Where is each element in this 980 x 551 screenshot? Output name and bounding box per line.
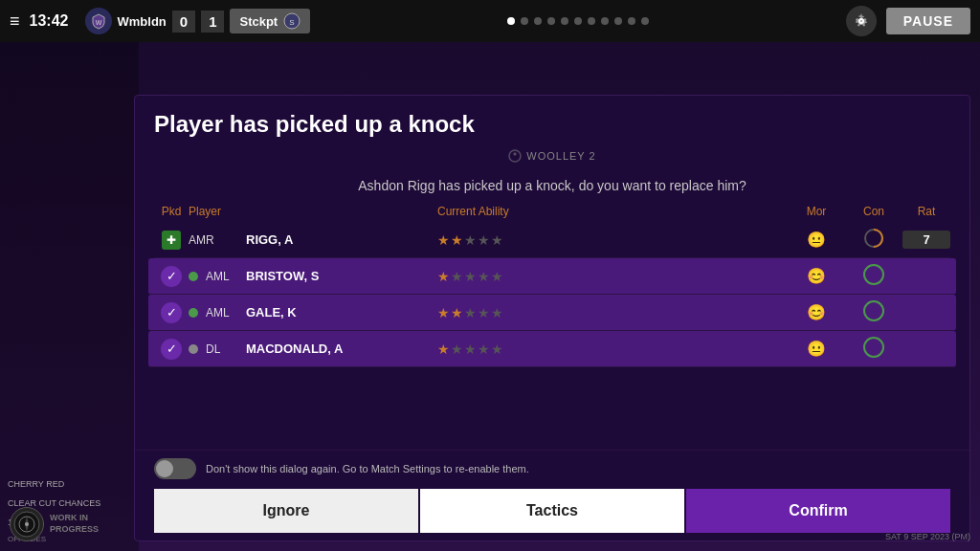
pkd-cell-macdonald: ✓	[154, 339, 189, 360]
pkd-cell-bristow: ✓	[154, 266, 189, 287]
header-pos: Player	[189, 205, 246, 218]
header-mor: Mor	[788, 205, 845, 218]
settings-button[interactable]	[846, 6, 877, 36]
wip-text: WORK IN PROGRESS	[50, 513, 99, 535]
table-row[interactable]: ✓ AML GALE, K ★ ★ ★ ★ ★ 😊	[148, 295, 956, 331]
pos-rigg: AMR	[189, 233, 246, 247]
knock-dialog: Player has picked up a knock WOOLLEY 2 A…	[134, 95, 970, 541]
team2-name: Stckpt	[239, 14, 278, 29]
dialog-subtitle: Ashdon Rigg has picked up a knock, do yo…	[135, 166, 969, 201]
svg-text:W: W	[95, 19, 101, 26]
check-icon: ✓	[161, 302, 182, 323]
morale-bristow: 😊	[788, 267, 845, 285]
tactics-button[interactable]: Tactics	[420, 489, 684, 533]
match-date: SAT 9 SEP 2023 (PM)	[885, 532, 970, 541]
dialog-bottom: Don't show this dialog again. Go to Matc…	[135, 450, 969, 540]
fitness-dot-macdonald	[189, 344, 198, 354]
confirm-button[interactable]: Confirm	[686, 489, 950, 533]
morale-gale: 😊	[788, 303, 845, 321]
con-circle	[863, 264, 884, 285]
fitness-dot-bristow	[189, 272, 198, 281]
topbar: ≡ 13:42 W Wmbldn 0 1 Stckpt S PAUSE	[0, 0, 980, 42]
active-team: Stckpt S	[230, 9, 310, 33]
pos-macdonald: DL	[189, 342, 246, 356]
sidebar-left: Cherry Red CLEAR CUT CHANCES 1 OFFSIDES	[0, 42, 139, 551]
team1-badge: W	[85, 8, 112, 34]
medical-icon: ✚	[162, 231, 181, 250]
table-row[interactable]: ✓ AML BRISTOW, S ★ ★ ★ ★ ★ 😊	[148, 258, 956, 295]
con-bristow	[845, 264, 902, 288]
dot-7	[588, 17, 595, 25]
pos-bristow: AML	[189, 270, 246, 283]
dot-8	[601, 17, 609, 25]
dot-10	[628, 17, 635, 25]
fitness-dot-gale	[189, 308, 198, 318]
header-rat: Rat	[902, 205, 950, 218]
svg-text:S: S	[290, 18, 295, 27]
player-rigg: RIGG, A	[246, 232, 437, 247]
ignore-button[interactable]: Ignore	[154, 489, 418, 533]
dont-show-toggle[interactable]	[154, 458, 196, 479]
wip-section: WORK IN PROGRESS	[10, 507, 99, 541]
dot-3	[534, 17, 542, 25]
header-pkd: Pkd	[154, 205, 189, 218]
rating-rigg: 7	[902, 231, 950, 249]
con-macdonald	[845, 337, 902, 361]
table-row[interactable]: ✓ DL MACDONALD, A ★ ★ ★ ★ ★ 😐	[148, 331, 956, 367]
svg-point-7	[25, 522, 29, 526]
menu-icon[interactable]: ≡	[10, 11, 20, 32]
player-gale: GALE, K	[246, 305, 437, 320]
morale-rigg: 😐	[788, 231, 845, 249]
match-time: 13:42	[30, 12, 76, 30]
progress-dots	[320, 17, 836, 25]
stars-bristow: ★ ★ ★ ★ ★	[437, 269, 788, 284]
header-player	[246, 205, 437, 218]
header-con: Con	[845, 205, 902, 218]
pkd-cell-gale: ✓	[154, 302, 189, 323]
table-row[interactable]: ✚ AMR RIGG, A ★ ★ ★ ★ ★ 😐	[154, 222, 950, 258]
dot-5	[561, 17, 568, 25]
con-gale	[845, 300, 902, 324]
dialog-title: Player has picked up a knock	[154, 111, 950, 138]
pause-button[interactable]: PAUSE	[886, 8, 970, 34]
pkd-cell-rigg: ✚	[154, 231, 189, 250]
dont-show-row: Don't show this dialog again. Go to Matc…	[154, 458, 950, 479]
morale-macdonald: 😐	[788, 340, 845, 358]
dot-2	[521, 17, 528, 25]
check-icon: ✓	[161, 339, 182, 360]
dot-6	[574, 17, 582, 25]
team1-name: Wmbldn	[118, 14, 167, 29]
dot-1	[507, 17, 515, 25]
stars-macdonald: ★ ★ ★ ★ ★	[437, 342, 788, 357]
dot-4	[547, 17, 555, 25]
score-team1: 0	[172, 11, 195, 33]
stars-gale: ★ ★ ★ ★ ★	[437, 305, 788, 320]
dot-9	[614, 17, 622, 25]
con-rigg	[845, 228, 902, 252]
player-table: Pkd Player Current Ability Mor Con Rat ✚…	[135, 201, 969, 450]
stars-rigg: ★ ★ ★ ★ ★	[437, 232, 788, 248]
check-icon: ✓	[161, 266, 182, 287]
wip-logo	[10, 507, 44, 541]
dot-11	[641, 17, 649, 25]
pos-gale: AML	[189, 306, 246, 320]
header-ability: Current Ability	[437, 205, 788, 218]
woolley-label: WOOLLEY 2	[135, 145, 969, 166]
con-circle	[863, 337, 884, 358]
player-bristow: BRISTOW, S	[246, 269, 437, 283]
dont-show-text: Don't show this dialog again. Go to Matc…	[206, 463, 529, 474]
main-content: Cherry Red CLEAR CUT CHANCES 1 OFFSIDES …	[0, 42, 980, 551]
score-team2: 1	[201, 11, 224, 33]
player-macdonald: MACDONALD, A	[246, 342, 437, 356]
toggle-knob	[156, 460, 173, 477]
table-header: Pkd Player Current Ability Mor Con Rat	[154, 201, 950, 222]
action-buttons: Ignore Tactics Confirm	[154, 489, 950, 533]
dialog-header: Player has picked up a knock	[135, 96, 969, 145]
team-score-section: W Wmbldn 0 1 Stckpt S	[85, 8, 311, 34]
con-circle	[863, 300, 884, 321]
cherry-red-label: Cherry Red	[8, 479, 131, 489]
